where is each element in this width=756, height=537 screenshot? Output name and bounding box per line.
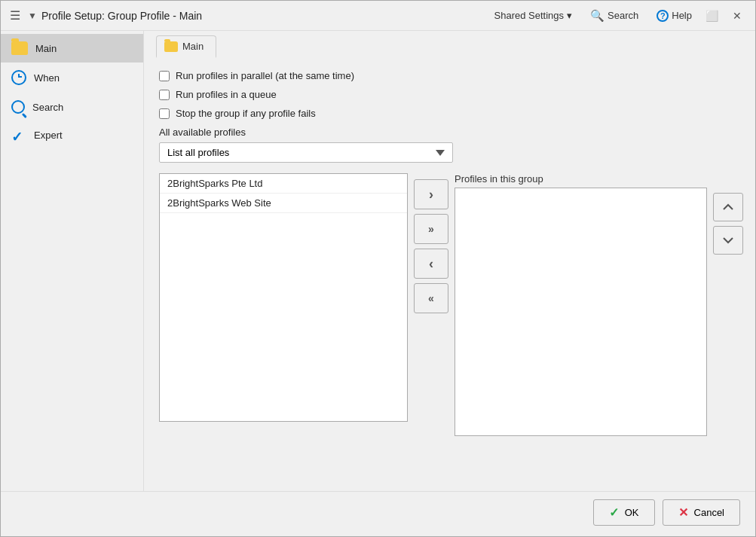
ok-label: OK — [625, 507, 639, 518]
checkbox-stop[interactable] — [159, 108, 170, 119]
checkbox-queue[interactable] — [159, 90, 170, 100]
sidebar-item-search[interactable]: Search — [1, 93, 143, 121]
titlebar-controls: ⬜ ✕ — [699, 4, 749, 28]
checkbox-stop-row: Stop the group if any profile fails — [159, 108, 740, 119]
chevron-down-icon — [723, 236, 733, 244]
order-buttons — [707, 173, 749, 261]
ok-check-icon: ✓ — [609, 505, 619, 520]
tab-main[interactable]: Main — [156, 35, 216, 58]
tab-bar: Main — [144, 31, 755, 58]
available-profiles-label: All available profiles — [159, 127, 740, 138]
help-button[interactable]: ? Help — [649, 7, 699, 25]
checkmark-icon — [11, 129, 26, 141]
transfer-buttons: › » ‹ « — [408, 173, 455, 319]
checkbox-parallel[interactable] — [159, 71, 170, 81]
footer: ✓ OK ✕ Cancel — [1, 491, 755, 536]
search-button-label: Search — [608, 10, 638, 21]
list-item[interactable]: 2BrightSparks Pte Ltd — [160, 174, 407, 194]
titlebar-center: Shared Settings ▾ 🔍 Search ? Help — [487, 6, 699, 26]
search-icon — [11, 100, 25, 114]
sidebar-item-main[interactable]: Main — [1, 34, 143, 63]
sidebar-item-when[interactable]: When — [1, 63, 143, 93]
shared-settings-arrow-icon: ▾ — [567, 10, 572, 21]
hamburger-icon[interactable]: ☰ — [7, 7, 23, 24]
close-button[interactable]: ✕ — [725, 4, 749, 28]
cancel-button[interactable]: ✕ Cancel — [663, 499, 740, 526]
folder-icon — [11, 41, 28, 55]
content-area: Main When Search Expert Main — [1, 31, 755, 491]
sidebar-item-main-label: Main — [35, 43, 57, 54]
main-panel: Main Run profiles in parallel (at the sa… — [144, 31, 755, 491]
panel-content: Run profiles in parallel (at the same ti… — [144, 58, 755, 491]
sidebar: Main When Search Expert — [1, 31, 144, 491]
chevron-up-icon — [723, 203, 733, 211]
list-item[interactable]: 2BrightSparks Web Site — [160, 194, 407, 213]
add-all-button[interactable]: » — [414, 214, 448, 244]
main-window: ☰ ▼ Profile Setup: Group Profile - Main … — [0, 0, 756, 537]
sidebar-item-when-label: When — [34, 72, 60, 84]
titlebar-left: ☰ ▼ Profile Setup: Group Profile - Main — [7, 7, 487, 24]
title-arrow: ▼ — [28, 11, 37, 21]
help-button-label: Help — [672, 10, 692, 21]
move-up-button[interactable] — [713, 193, 743, 221]
sidebar-item-expert[interactable]: Expert — [1, 121, 143, 148]
available-list-col: 2BrightSparks Pte Ltd 2BrightSparks Web … — [159, 173, 408, 422]
profiles-dropdown[interactable]: List all profiles — [159, 142, 453, 163]
checkbox-stop-label: Stop the group if any profile fails — [176, 108, 316, 119]
checkbox-parallel-row: Run profiles in parallel (at the same ti… — [159, 70, 740, 81]
group-list-col: Profiles in this group — [455, 173, 707, 436]
available-profiles-list[interactable]: 2BrightSparks Pte Ltd 2BrightSparks Web … — [159, 173, 408, 422]
window-title: Profile Setup: Group Profile - Main — [41, 10, 202, 22]
dropdown-row: List all profiles — [159, 142, 740, 163]
tab-main-label: Main — [182, 41, 204, 52]
shared-settings-label: Shared Settings — [494, 10, 565, 21]
checkbox-queue-label: Run profiles in a queue — [176, 89, 277, 100]
add-one-button[interactable]: › — [414, 179, 448, 209]
titlebar: ☰ ▼ Profile Setup: Group Profile - Main … — [1, 1, 755, 31]
profiles-area: 2BrightSparks Pte Ltd 2BrightSparks Web … — [159, 173, 740, 436]
sidebar-item-search-label: Search — [32, 102, 63, 113]
group-profiles-list[interactable] — [455, 188, 707, 436]
cancel-x-icon: ✕ — [678, 505, 688, 520]
remove-all-button[interactable]: « — [414, 283, 448, 313]
cancel-label: Cancel — [694, 507, 724, 518]
remove-one-button[interactable]: ‹ — [414, 249, 448, 279]
shared-settings-button[interactable]: Shared Settings ▾ — [487, 7, 580, 24]
group-profiles-label: Profiles in this group — [455, 173, 707, 185]
sidebar-item-expert-label: Expert — [34, 130, 63, 141]
checkbox-parallel-label: Run profiles in parallel (at the same ti… — [176, 70, 354, 81]
tab-folder-icon — [164, 41, 178, 52]
move-down-button[interactable] — [713, 226, 743, 255]
checkbox-queue-row: Run profiles in a queue — [159, 89, 740, 100]
help-icon: ? — [657, 10, 669, 22]
search-magnifier-icon: 🔍 — [590, 9, 604, 23]
ok-button[interactable]: ✓ OK — [593, 499, 655, 526]
maximize-button[interactable]: ⬜ — [699, 4, 724, 28]
clock-icon — [11, 70, 26, 85]
search-button[interactable]: 🔍 Search — [583, 6, 646, 26]
